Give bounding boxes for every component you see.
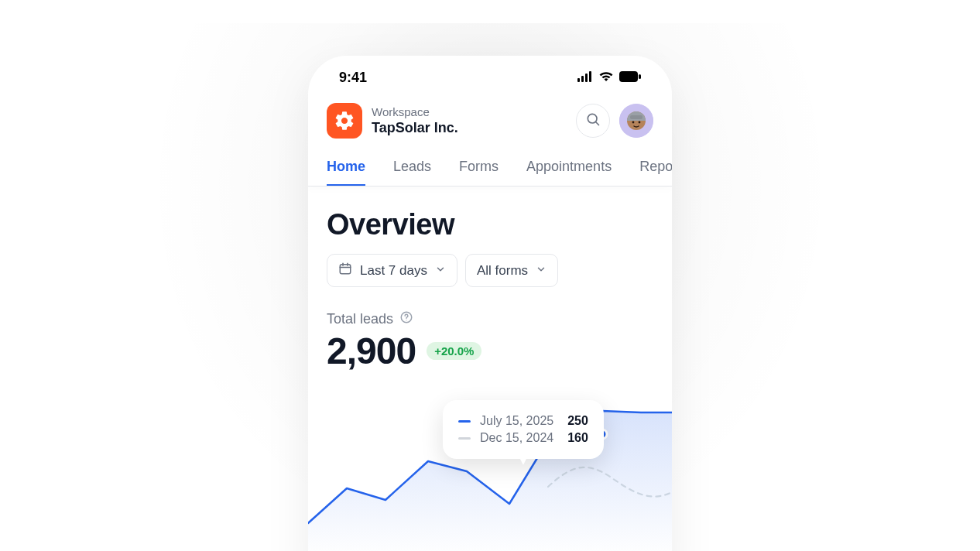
delta-badge: +20.0% [427, 342, 481, 360]
status-time: 9:41 [339, 70, 367, 86]
workspace-header: Workspace TapSolar Inc. [308, 92, 672, 149]
date-range-filter[interactable]: Last 7 days [327, 254, 457, 287]
tooltip-value-previous: 160 [567, 431, 588, 445]
metric-value-row: 2,900 +20.0% [327, 330, 653, 372]
form-filter[interactable]: All forms [465, 254, 558, 287]
svg-rect-2 [585, 74, 588, 82]
tab-reports[interactable]: Reports [639, 149, 672, 186]
calendar-icon [338, 262, 352, 279]
svg-point-11 [632, 121, 635, 124]
tooltip-row-previous: Dec 15, 2024 160 [458, 430, 588, 447]
battery-icon [619, 70, 641, 86]
workspace-label: Workspace [372, 104, 576, 120]
content-area: Overview Last 7 days [308, 187, 672, 551]
page-title: Overview [327, 208, 653, 241]
search-icon [585, 111, 601, 130]
svg-rect-3 [589, 71, 591, 82]
tooltip-date-current: July 15, 2025 [480, 414, 553, 428]
status-icons [577, 70, 641, 86]
svg-line-7 [596, 122, 599, 125]
leads-chart[interactable]: July 15, 2025 250 Dec 15, 2024 160 [327, 388, 653, 551]
help-icon[interactable] [399, 310, 413, 328]
svg-rect-5 [639, 74, 641, 79]
cellular-icon [577, 70, 593, 86]
status-bar: 9:41 [308, 56, 672, 92]
search-button[interactable] [576, 104, 610, 138]
form-filter-label: All forms [477, 263, 528, 279]
filters-row: Last 7 days All forms [327, 254, 653, 287]
workspace-name: TapSolar Inc. [372, 119, 576, 137]
svg-rect-0 [577, 78, 580, 82]
phone-frame: 9:41 [308, 56, 672, 551]
svg-rect-4 [619, 71, 638, 82]
workspace-logo[interactable] [327, 103, 362, 139]
metric-label: Total leads [327, 311, 393, 327]
chevron-down-icon [536, 263, 547, 279]
workspace-info[interactable]: Workspace TapSolar Inc. [372, 104, 576, 138]
series-swatch-current [458, 420, 471, 423]
tab-home[interactable]: Home [327, 149, 365, 187]
chart-tooltip: July 15, 2025 250 Dec 15, 2024 160 [443, 400, 604, 459]
tooltip-value-current: 250 [567, 414, 588, 428]
svg-point-12 [639, 121, 641, 124]
metric-label-row: Total leads [327, 310, 653, 328]
wifi-icon [598, 70, 614, 86]
svg-rect-1 [581, 76, 584, 82]
svg-rect-10 [630, 115, 642, 119]
chevron-down-icon [435, 263, 446, 279]
series-swatch-previous [458, 437, 471, 440]
tab-forms[interactable]: Forms [459, 149, 499, 186]
tab-bar: Home Leads Forms Appointments Reports [308, 149, 672, 187]
tooltip-date-previous: Dec 15, 2024 [480, 431, 553, 445]
svg-rect-13 [340, 265, 351, 274]
date-range-label: Last 7 days [360, 263, 427, 279]
tab-appointments[interactable]: Appointments [526, 149, 612, 186]
tab-leads[interactable]: Leads [393, 149, 431, 186]
svg-point-18 [406, 320, 406, 320]
metric-value: 2,900 [327, 330, 416, 372]
tooltip-row-current: July 15, 2025 250 [458, 412, 588, 430]
avatar[interactable] [619, 104, 653, 138]
